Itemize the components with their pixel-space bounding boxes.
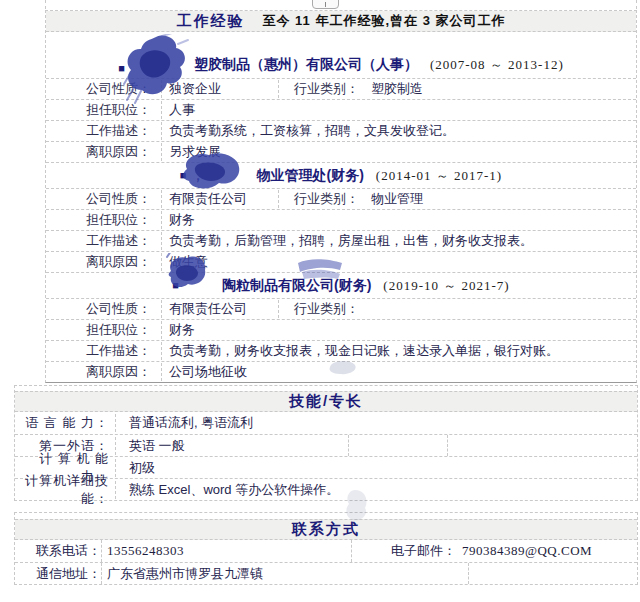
industry-label: 行业类别：: [279, 300, 363, 318]
collapse-button-glyph: [325, 2, 326, 7]
table-row: 联系电话： 13556248303 电子邮件： 790384389@QQ.COM: [15, 540, 637, 562]
table-row: 工作描述： 负责考勤，后勤管理，招聘，房屋出租，出售，财务收支报表。: [46, 230, 636, 251]
table-row: 离职原因： 做生意: [46, 251, 636, 272]
position-label: 担任职位：: [46, 321, 161, 339]
reason-label: 离职原因：: [46, 143, 161, 161]
table-row: 计算机详细技能： 熟练 Excel、word 等办公软件操作。: [15, 478, 637, 500]
table-row: 公司性质： 有限责任公司 行业类别： 物业管理: [46, 188, 636, 209]
table-row: 担任职位： 财务: [46, 319, 636, 340]
position-value: 财务: [161, 211, 636, 229]
description-value: 负责考勤，财务收支报表，现金日记账，速达录入单据，银行对账。: [161, 342, 636, 360]
company-name: 物业管理处(财务): [257, 167, 364, 185]
address-label: 通信地址：: [15, 565, 101, 583]
industry-label: 行业类别：: [279, 190, 363, 208]
description-label: 工作描述：: [46, 232, 161, 250]
reason-value: 另求发展: [161, 143, 636, 161]
work-section-header: 工作经验 至今 11 年工作经验,曾在 3 家公司工作: [46, 11, 636, 32]
position-label: 担任职位：: [46, 211, 161, 229]
description-label: 工作描述：: [46, 122, 161, 140]
language-ability-value: 普通话流利, 粤语流利: [115, 414, 637, 432]
table-row: 语 言 能 力： 普通话流利, 粤语流利: [15, 412, 637, 434]
company-type-label: 公司性质：: [46, 80, 161, 98]
description-value: 负责考勤系统，工资核算，招聘，文具发收登记。: [161, 122, 636, 140]
company-type-value: 有限责任公司: [161, 190, 279, 208]
position-value: 人事: [161, 101, 636, 119]
company-period: (2019-10 ～ 2021-7): [383, 277, 509, 295]
table-row: 公司性质： 独资企业 行业类别： 塑胶制造: [46, 78, 636, 99]
redacted-name-gap: [205, 175, 257, 176]
company-type-label: 公司性质：: [46, 300, 161, 318]
contact-section-header: 联系方式: [15, 519, 637, 540]
redacted-name-gap: [130, 73, 194, 74]
industry-value: 物业管理: [363, 190, 636, 208]
empty-cell: [468, 563, 637, 584]
company-period: (2014-01 ～ 2017-1): [376, 167, 502, 185]
computer-detail-label: 计算机详细技能：: [15, 472, 115, 508]
language-ability-label: 语 言 能 力：: [15, 414, 115, 432]
company-header: ■ ， 物业管理处(财务) (2014-01 ～ 2017-1): [46, 162, 636, 188]
empty-cell: [348, 435, 447, 456]
table-row: 工作描述： 负责考勤系统，工资核算，招聘，文具发收登记。: [46, 120, 636, 141]
email-label: 电子邮件：: [351, 540, 456, 562]
company-prefix: ，: [192, 167, 205, 185]
table-border-stub-right: [636, 0, 637, 9]
industry-label: 行业类别：: [279, 80, 363, 98]
table-row: 工作描述： 负责考勤，财务收支报表，现金日记账，速达录入单据，银行对账。: [46, 340, 636, 361]
bullet-icon: ■: [172, 280, 179, 291]
company-type-value: 有限责任公司: [161, 300, 279, 318]
company-name: 陶粒制品有限公司(财务): [222, 277, 371, 295]
position-value: 财务: [161, 321, 636, 339]
section-title: 联系方式: [292, 520, 360, 539]
table-row: 离职原因： 公司场地征收: [46, 361, 636, 382]
collapse-button[interactable]: [312, 0, 339, 9]
company-type-label: 公司性质：: [46, 190, 161, 208]
empty-cell: [447, 435, 637, 456]
address-value: 广东省惠州市博罗县九潭镇: [101, 563, 468, 584]
skills-section: 技能/专长 语 言 能 力： 普通话流利, 粤语流利 第一外语： 英语 一般 计…: [14, 385, 638, 501]
phone-value: 13556248303: [107, 543, 184, 559]
work-summary: 至今 11 年工作经验,曾在 3 家公司工作: [262, 12, 505, 30]
company-name: 塑胶制品（惠州）有限公司（人事）: [194, 56, 418, 74]
table-row: 公司性质： 有限责任公司 行业类别：: [46, 298, 636, 319]
section-title: 工作经验: [176, 12, 244, 31]
table-border-stub-left: [45, 0, 46, 9]
first-foreign-language-value: 英语 一般: [115, 437, 348, 455]
table-row: 担任职位： 财务: [46, 209, 636, 230]
resume-page: { "work": { "header": "工作经验", "summary":…: [0, 0, 640, 602]
section-title: 技能/专长: [289, 392, 363, 411]
phone-label: 联系电话：: [15, 542, 101, 560]
table-row: 通信地址： 广东省惠州市博罗县九潭镇: [15, 562, 637, 584]
redacted-name-gap: [184, 285, 222, 286]
work-experience-section: 工作经验 至今 11 年工作经验,曾在 3 家公司工作 ■ 塑胶制品（惠州）有限…: [45, 10, 637, 383]
industry-value: 塑胶制造: [363, 80, 636, 98]
table-row: 离职原因： 另求发展: [46, 141, 636, 162]
table-row: 担任职位： 人事: [46, 99, 636, 120]
email-value: 790384389@QQ.COM: [462, 543, 592, 558]
company-header: ■ 陶粒制品有限公司(财务) (2019-10 ～ 2021-7): [46, 272, 636, 298]
description-label: 工作描述：: [46, 342, 161, 360]
company-period: (2007-08 ～ 2013-12): [430, 56, 564, 74]
computer-detail-value: 熟练 Excel、word 等办公软件操作。: [115, 481, 637, 499]
bullet-icon: ■: [118, 63, 125, 74]
reason-label: 离职原因：: [46, 253, 161, 271]
computer-ability-value: 初级: [115, 459, 637, 477]
skills-section-header: 技能/专长: [15, 391, 637, 412]
position-label: 担任职位：: [46, 101, 161, 119]
reason-label: 离职原因：: [46, 363, 161, 381]
reason-value: 做生意: [161, 253, 636, 271]
description-value: 负责考勤，后勤管理，招聘，房屋出租，出售，财务收支报表。: [161, 232, 636, 250]
company-header: ■ 塑胶制品（惠州）有限公司（人事） (2007-08 ～ 2013-12): [46, 32, 636, 78]
company-type-value: 独资企业: [161, 80, 279, 98]
contact-section: 联系方式 联系电话： 13556248303 电子邮件： 790384389@Q…: [14, 512, 638, 585]
bullet-icon: ■: [180, 170, 187, 181]
reason-value: 公司场地征收: [161, 363, 636, 381]
